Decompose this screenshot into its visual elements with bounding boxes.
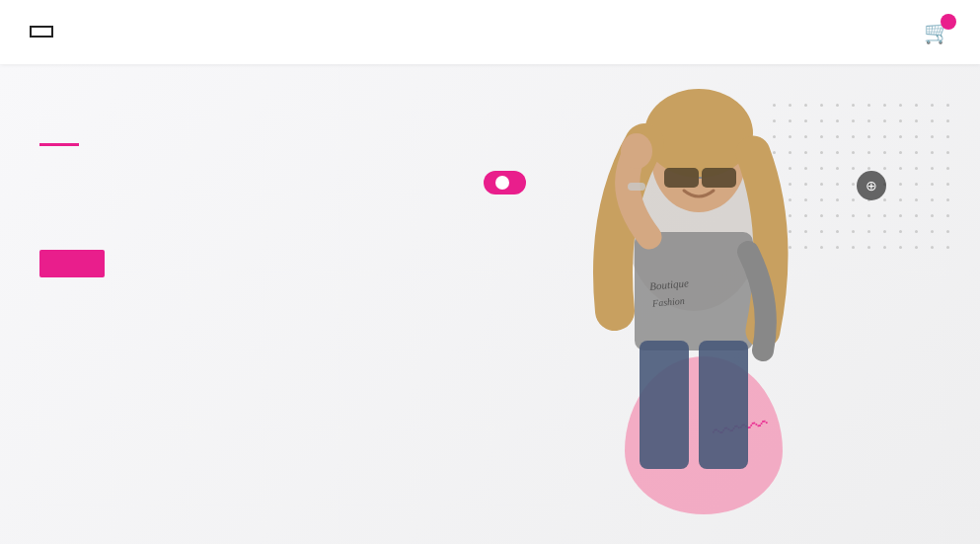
accent-line-decoration (39, 143, 79, 146)
save-button[interactable] (484, 171, 526, 194)
header-right: 🛒 (912, 20, 950, 45)
image-search-button[interactable]: ⊕ (857, 171, 886, 200)
search-icon: ⊕ (866, 178, 877, 194)
hero-section: // Generate dots via JS const grid = doc… (0, 64, 980, 544)
site-header: 🛒 (0, 0, 980, 64)
cart-button[interactable]: 🛒 (924, 20, 950, 45)
logo-name (30, 26, 53, 38)
get-started-button[interactable] (39, 250, 105, 277)
hero-image: Boutique Fashion (487, 64, 901, 544)
logo[interactable] (30, 26, 53, 39)
svg-rect-3 (699, 341, 748, 469)
svg-rect-7 (702, 168, 736, 188)
svg-point-9 (621, 133, 652, 169)
pinterest-icon (495, 176, 509, 190)
hero-title (39, 164, 105, 214)
svg-rect-6 (664, 168, 699, 188)
hero-content (39, 143, 105, 277)
cart-badge (941, 14, 956, 30)
svg-rect-12 (628, 183, 645, 191)
svg-rect-2 (640, 341, 689, 469)
